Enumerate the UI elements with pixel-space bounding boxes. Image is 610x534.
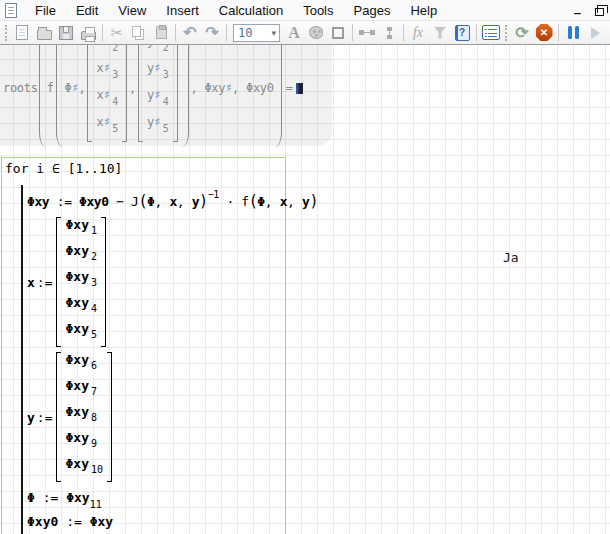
text-annotation[interactable]: Ja <box>503 250 519 265</box>
chevron-down-icon[interactable]: ▾ <box>271 28 279 38</box>
math-token: ∈ <box>44 161 67 176</box>
cut-button[interactable]: ✂ <box>106 22 128 43</box>
vector-element: Φxy6 <box>65 352 103 378</box>
help-icon: ? <box>455 25 470 41</box>
vector-element: x♯5 <box>96 115 118 142</box>
result-placeholder[interactable] <box>296 83 303 94</box>
options-button[interactable] <box>480 22 502 43</box>
for-loop-header[interactable]: for i ∈ [1..10] <box>5 161 122 176</box>
palette-icon <box>309 26 323 39</box>
assign-operator: := <box>37 410 53 425</box>
math-token: f <box>241 194 248 209</box>
vertical-spacing-button[interactable] <box>378 22 400 43</box>
toolbar-grip[interactable] <box>5 25 8 41</box>
menu-tools[interactable]: Tools <box>293 1 343 20</box>
roots-expression[interactable]: roots f Φ♯, x♯2x♯3x♯4x♯5 , y♯2y♯3y♯4y♯5 … <box>3 45 303 147</box>
math-token: , <box>265 194 280 209</box>
placeholder-mark: ♯ <box>103 45 110 49</box>
new-sheet-button[interactable] <box>11 22 33 43</box>
menu-insert[interactable]: Insert <box>156 1 209 20</box>
open-paren <box>56 45 63 147</box>
element-subscript: 7 <box>91 387 97 397</box>
phixy0-assignment[interactable]: Φxy0 := Φxy <box>27 514 113 529</box>
horizontal-spacing-button[interactable] <box>356 22 378 43</box>
open-button[interactable] <box>33 22 55 43</box>
x-vector: Φxy1Φxy2Φxy3Φxy4Φxy5 <box>56 215 106 349</box>
menu-edit[interactable]: Edit <box>66 1 108 20</box>
worksheet-canvas[interactable]: roots f Φ♯, x♯2x♯3x♯4x♯5 , y♯2y♯3y♯4y♯5 … <box>0 45 610 534</box>
placeholder-mark: ♯ <box>154 88 161 103</box>
element-base: y <box>147 61 154 76</box>
element-base: Φxy <box>65 243 88 258</box>
dynamic-assistance-button[interactable] <box>429 22 451 43</box>
redo-button[interactable]: ↷ <box>201 22 223 43</box>
toolbar-separator <box>558 24 559 41</box>
element-subscript: 4 <box>163 97 169 107</box>
vector-element: y♯2 <box>147 45 169 61</box>
font-size-value: 10 <box>234 26 271 40</box>
math-token: Φxy0 <box>246 81 274 95</box>
undo-button[interactable]: ↶ <box>179 22 201 43</box>
font-icon: A <box>288 24 300 42</box>
placeholder-mark: ♯ <box>154 45 161 49</box>
pause-button[interactable] <box>562 22 584 43</box>
math-token: −1 <box>208 189 219 200</box>
menu-file[interactable]: File <box>25 1 66 20</box>
right-bracket <box>107 352 112 482</box>
print-button[interactable] <box>77 22 99 43</box>
element-base: y <box>147 45 154 49</box>
menu-view[interactable]: View <box>108 1 156 20</box>
newton-iteration-line[interactable]: Φxy := Φxy0 − J(Φ, x, y)−1 · f(Φ, x, y) <box>27 192 318 210</box>
insert-function-button[interactable]: fx <box>407 22 429 43</box>
first-argument: Φ♯, <box>65 81 86 95</box>
vector-element: y♯5 <box>147 115 169 142</box>
app-window: File Edit View Insert Calculation Tools … <box>0 0 610 534</box>
math-token: := <box>49 194 79 209</box>
paste-button[interactable] <box>150 22 172 43</box>
menu-calculation[interactable]: Calculation <box>209 1 293 20</box>
toolbar-grip[interactable] <box>505 25 508 41</box>
toolbar-separator <box>476 24 477 41</box>
save-button[interactable] <box>55 22 77 43</box>
copy-button[interactable] <box>128 22 150 43</box>
font-size-combobox[interactable]: 10 ▾ <box>233 24 280 42</box>
math-token: 11 <box>90 499 102 510</box>
math-token: := <box>35 490 66 505</box>
reference-book-button[interactable]: ? <box>451 22 473 43</box>
menu-help[interactable]: Help <box>400 1 447 20</box>
borders-button[interactable] <box>327 22 349 43</box>
math-token: ( <box>138 192 147 210</box>
save-icon <box>59 26 73 40</box>
element-subscript: 10 <box>91 465 103 475</box>
phi-assignment[interactable]: Φ := Φxy11 <box>27 490 102 505</box>
element-base: Φxy <box>65 217 88 232</box>
math-token: Φ <box>65 81 72 95</box>
minimize-button[interactable]: – <box>574 9 581 17</box>
placeholder-mark: ♯ <box>103 115 110 130</box>
appearance-button[interactable] <box>305 22 327 43</box>
x-assignment[interactable]: x := Φxy1Φxy2Φxy3Φxy4Φxy5 <box>27 215 108 349</box>
interrupt-button[interactable]: ✕ <box>533 22 555 43</box>
element-base: x <box>96 115 103 130</box>
options-list-icon <box>482 25 500 40</box>
restore-button[interactable] <box>595 8 604 16</box>
inner-function-name: f <box>47 81 54 95</box>
element-subscript: 6 <box>91 361 97 371</box>
math-token: ) <box>309 192 318 210</box>
element-subscript: 5 <box>163 124 169 134</box>
menu-pages[interactable]: Pages <box>344 1 401 20</box>
math-token: Φxy0 <box>27 514 58 529</box>
for-loop-body[interactable]: Φxy := Φxy0 − J(Φ, x, y)−1 · f(Φ, x, y) … <box>21 185 318 534</box>
vector-element: y♯3 <box>147 61 169 88</box>
recalculate-button[interactable]: ⟳ <box>511 22 533 43</box>
element-subscript: 2 <box>91 252 97 262</box>
math-token: Φxy <box>66 490 89 505</box>
math-token: ) <box>199 192 208 210</box>
vertical-spacing-icon <box>387 27 392 39</box>
font-button[interactable]: A <box>283 22 305 43</box>
resume-button[interactable] <box>584 22 606 43</box>
y-assignment[interactable]: y := Φxy6Φxy7Φxy8Φxy9Φxy10 <box>27 350 114 484</box>
math-token: := <box>58 514 89 529</box>
math-token: , <box>155 194 170 209</box>
equals-sign: = <box>286 81 293 95</box>
